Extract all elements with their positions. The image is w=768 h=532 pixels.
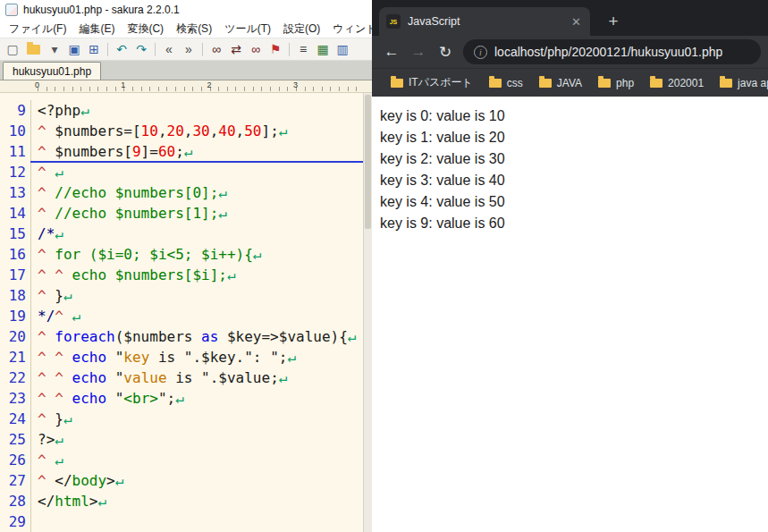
replace-icon[interactable]: ⇄ — [227, 40, 245, 58]
bookmark-icon[interactable]: ⚑ — [266, 40, 284, 58]
code-token: */ — [38, 308, 55, 325]
eol-mark-icon: ↵ — [55, 431, 63, 448]
eol-mark-icon: ↵ — [279, 122, 288, 139]
code-token: as — [201, 328, 218, 345]
code-line[interactable]: 17^ ^ echo $numbers[$i];↵ — [0, 265, 372, 285]
code-line[interactable]: 25?>↵ — [0, 429, 372, 450]
bookmark-item[interactable]: java api — [712, 72, 768, 94]
menu-item[interactable]: 編集(E) — [72, 20, 121, 38]
code-line[interactable]: 27^ </body>↵ — [0, 470, 372, 491]
code-line[interactable]: 22^ ^ echo "value is ".$value;↵ — [0, 367, 372, 388]
code-token: value — [123, 369, 166, 386]
code-token: ^ — [38, 472, 46, 489]
menu-item[interactable]: 設定(O) — [277, 20, 326, 38]
address-bar[interactable]: i localhost/php/20200121/hukusyuu01.php — [463, 39, 761, 64]
menu-item[interactable]: 変換(C) — [121, 20, 170, 38]
bookmark-label: css — [507, 77, 523, 89]
find-icon[interactable]: ∞ — [207, 40, 225, 58]
code-token — [46, 164, 55, 181]
code-line[interactable]: 10^ $numbers=[10,20,30,40,50];↵ — [0, 121, 372, 141]
code-line[interactable]: 18^ }↵ — [0, 285, 372, 306]
code-token: } — [46, 287, 63, 304]
code-line-text: ^ for ($i=0; $i<5; $i++){↵ — [30, 244, 372, 265]
code-token: /* — [38, 225, 55, 242]
code-token: ]= — [141, 143, 158, 160]
new-file-icon[interactable]: ▢ — [4, 40, 21, 58]
code-line[interactable]: 21^ ^ echo "key is ".$key.": ";↵ — [0, 347, 372, 367]
reload-icon[interactable]: ↻ — [433, 39, 458, 64]
menu-item[interactable]: ウィンドウ(W) — [326, 20, 372, 38]
browser-tab[interactable]: JS JavaScript ✕ — [379, 7, 590, 36]
redo-icon[interactable]: ↷ — [132, 40, 150, 58]
code-line[interactable]: 15/*↵ — [0, 224, 372, 244]
code-token: $numbers=[ — [46, 122, 141, 139]
bookmark-item[interactable]: php — [590, 72, 642, 94]
code-line-text — [30, 511, 372, 532]
code-area[interactable]: 9<?php↵10^ $numbers=[10,20,30,40,50];↵11… — [0, 93, 372, 532]
code-token: for ($i=0; $i<5; $i++){ — [55, 246, 253, 263]
code-token: is ".$key.": "; — [149, 349, 287, 366]
code-token: //echo $numbers[0]; — [55, 184, 218, 201]
editor-tab-label: hukusyuu01.php — [13, 65, 91, 78]
bookmark-label: java api — [738, 77, 768, 89]
code-token: ^ — [38, 122, 46, 139]
scrollbar-thumb[interactable] — [365, 95, 371, 229]
code-token: > — [89, 493, 98, 510]
code-line[interactable]: 14^ //echo $numbers[1];↵ — [0, 203, 372, 224]
code-line-text: ^ </body>↵ — [30, 470, 372, 491]
code-token — [46, 452, 55, 469]
window-split-icon[interactable]: ▥ — [333, 40, 351, 58]
back-icon[interactable]: ← — [379, 39, 404, 64]
menu-item[interactable]: 検索(S) — [170, 20, 218, 38]
eol-mark-icon: ↵ — [348, 328, 357, 345]
code-token — [46, 390, 55, 407]
code-token: 40 — [218, 122, 235, 139]
output-line: key is 1: value is 20 — [380, 127, 768, 148]
undo-icon[interactable]: ↶ — [113, 40, 131, 58]
code-line[interactable]: 11^ $numbers[9]=60;↵ — [0, 141, 372, 162]
tab-close-icon[interactable]: ✕ — [570, 13, 583, 30]
search-back-icon[interactable]: « — [160, 40, 178, 58]
grid-icon[interactable]: ▦ — [314, 40, 332, 58]
open-file-icon[interactable] — [27, 45, 40, 55]
eol-mark-icon: ↵ — [55, 164, 63, 181]
save-all-icon[interactable]: ⊞ — [85, 40, 103, 58]
code-line[interactable]: 28</html>↵ — [0, 491, 372, 511]
forward-icon[interactable]: → — [406, 39, 431, 64]
bookmark-item[interactable]: JAVA — [531, 72, 590, 94]
ruler-number: 0 — [35, 80, 39, 89]
code-line[interactable]: 26^ ↵ — [0, 450, 372, 470]
editor-scrollbar[interactable] — [363, 93, 372, 532]
editor-titlebar[interactable]: hukusyuu01.php - sakura 2.2.0.1 — [0, 0, 372, 20]
open-menu-icon[interactable]: ▾ — [46, 40, 63, 58]
code-line[interactable]: 20^ foreach($numbers as $key=>$value){↵ — [0, 326, 372, 347]
code-line[interactable]: 19*/^ ↵ — [0, 306, 372, 326]
code-token: ^ — [38, 410, 46, 427]
grep-icon[interactable]: ∞ — [247, 40, 265, 58]
code-line[interactable]: 16^ for ($i=0; $i<5; $i++){↵ — [0, 244, 372, 265]
menu-item[interactable]: ツール(T) — [218, 20, 277, 38]
code-token: 60 — [158, 143, 175, 160]
outline-icon[interactable]: ≡ — [294, 40, 312, 58]
code-line[interactable]: 24^ }↵ — [0, 409, 372, 429]
editor-tabbar: hukusyuu01.php — [0, 61, 372, 80]
code-line[interactable]: 13^ //echo $numbers[0];↵ — [0, 182, 372, 203]
code-token: ^ — [38, 369, 46, 386]
page-info-icon[interactable]: i — [474, 46, 487, 59]
bookmark-item[interactable]: 202001 — [642, 72, 712, 94]
new-tab-button[interactable]: + — [603, 11, 624, 32]
line-number: 9 — [0, 100, 30, 121]
code-line[interactable]: 12^ ↵ — [0, 162, 372, 182]
code-line[interactable]: 23^ ^ echo "<br>";↵ — [0, 388, 372, 409]
bookmark-item[interactable]: ITパスポート — [383, 72, 481, 94]
ruler-number: 1 — [121, 80, 125, 89]
search-forward-icon[interactable]: » — [180, 40, 198, 58]
bookmark-item[interactable]: css — [481, 72, 531, 94]
menu-item[interactable]: ファイル(F) — [3, 20, 72, 38]
editor-tab[interactable]: hukusyuu01.php — [3, 62, 101, 80]
code-line[interactable]: 9<?php↵ — [0, 100, 372, 121]
save-icon[interactable]: ▣ — [65, 40, 83, 58]
code-line[interactable]: 29 — [0, 511, 372, 532]
code-line-text: </html>↵ — [30, 491, 372, 511]
toolbar-separator — [289, 43, 290, 56]
